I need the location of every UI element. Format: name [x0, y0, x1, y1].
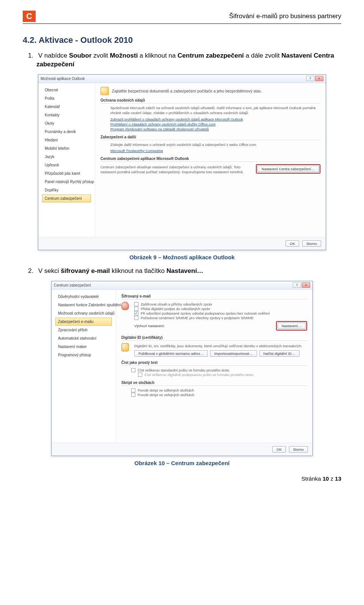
nav-ukoly[interactable]: Úkoly	[42, 119, 91, 127]
group-trust-center: Centrum zabezpečení aplikace Microsoft O…	[100, 157, 320, 162]
ok-button[interactable]: OK	[272, 446, 286, 453]
nav-trusted-publishers[interactable]: Důvěryhodní vydavatelé	[55, 293, 112, 301]
nav-kalendar[interactable]: Kalendář	[42, 103, 91, 111]
page-header: C Šifrování e-mailů pro business partner…	[23, 11, 341, 22]
nav-qat[interactable]: Panel nástrojů Rychlý přístup	[42, 178, 91, 186]
nav-kontakty[interactable]: Kontakty	[42, 111, 91, 119]
titlebar: Možnosti aplikace Outlook ? ×	[38, 75, 326, 83]
nav-program-access[interactable]: Programový přístup	[55, 351, 112, 359]
nav-dep[interactable]: Nastavení funkce Zabránění spuštění dat	[55, 301, 112, 309]
trust-center-desc: Centrum zabezpečení obsahuje nastavení z…	[100, 165, 251, 175]
nav-email-security[interactable]: Zabezpečení e-mailu	[55, 318, 112, 326]
checkbox	[138, 373, 142, 377]
nav-attachments[interactable]: Zpracování příloh	[55, 326, 112, 334]
chk-script-public: Povolit skript ve veřejných složkách	[138, 393, 194, 397]
digital-id-desc: Digitální ID, tzv. certifikáty, jsou dok…	[134, 344, 307, 349]
get-digital-id-button[interactable]: Načíst digitální ID…	[259, 350, 300, 357]
checkbox[interactable]	[131, 393, 135, 397]
security-desc: Získejte další informace o ochraně svých…	[110, 143, 320, 147]
group-encrypted-email: Šifrovaný e-mail	[121, 294, 307, 299]
chk-script-shared: Povolit skript ve sdílených složkách	[138, 388, 194, 392]
figure-caption-10: Obrázek 10 – Centrum zabezpečení	[23, 460, 341, 466]
cancel-button[interactable]: Storno	[302, 240, 321, 247]
help-button[interactable]: ?	[293, 282, 301, 288]
checkbox[interactable]	[131, 388, 135, 392]
outlook-options-window: Možnosti aplikace Outlook ? × Obecné Poš…	[38, 74, 326, 250]
chk-sign: Přidat digitální podpis do odesílaných z…	[141, 307, 210, 311]
figure-caption-9: Obrázek 9 – Možnosti aplikace Outlook	[23, 254, 341, 260]
lead-text: Zajistěte bezpečnost dokumentů a zabezpe…	[112, 89, 262, 93]
nav-poznamky[interactable]: Poznámky a deník	[42, 128, 91, 136]
nav-auto-download[interactable]: Automatické stahování	[55, 334, 112, 342]
nav-trust-center[interactable]: Centrum zabezpečení	[42, 194, 91, 202]
nav-obecne[interactable]: Obecné	[42, 86, 91, 94]
nav-mobilni[interactable]: Mobilní telefon	[42, 144, 91, 152]
certificate-icon	[121, 343, 129, 351]
close-button[interactable]: ×	[315, 76, 323, 81]
checkbox[interactable]	[134, 307, 138, 311]
window-title: Možnosti aplikace Outlook	[41, 77, 85, 81]
titlebar: Centrum zabezpečení ? ×	[52, 281, 312, 290]
help-button[interactable]: ?	[306, 76, 314, 81]
privacy-desc: Společnosti Microsoft záleží na ochraně …	[110, 106, 320, 116]
link-privacy-outlook[interactable]: Zobrazit prohlášení o zásadách ochrany o…	[110, 117, 320, 121]
cancel-button[interactable]: Storno	[289, 446, 308, 453]
nav-macros[interactable]: Nastavení maker	[55, 343, 112, 351]
group-security: Zabezpečení a další	[100, 135, 320, 140]
nav-ribbon[interactable]: Přizpůsobit pás karet	[42, 169, 91, 177]
chk-encrypt: Zašifrovat obsah a přílohy odesílaných z…	[141, 302, 212, 306]
options-sidebar: Obecné Pošta Kalendář Kontakty Úkoly Poz…	[38, 83, 95, 237]
link-privacy-office[interactable]: Prohlášení o zásadách ochrany osobních ú…	[110, 122, 320, 126]
trust-center-sidebar: Důvěryhodní vydavatelé Nastavení funkce …	[52, 290, 116, 443]
trust-center-settings-button[interactable]: Nastavení Centra zabezpečení…	[257, 166, 319, 172]
window-title: Centrum zabezpečení	[54, 283, 91, 287]
checkbox[interactable]	[134, 316, 138, 320]
step-2: 2. V sekci šifrovaný e-mail kliknout na …	[36, 267, 341, 276]
chk-send-clear: Při odesílání podepsané zprávy odeslat p…	[141, 311, 270, 315]
shield-icon	[100, 87, 109, 95]
default-setting-label: Výchozí nastavení:	[134, 324, 165, 328]
header-title: Šifrování e-mailů pro business partnery	[36, 13, 341, 20]
link-ceip[interactable]: Program zlepšování softwaru na základě z…	[110, 127, 320, 131]
chk-smime-receipt: Požadovat oznámení S/MIME pro všechny zp…	[141, 316, 254, 320]
ok-button[interactable]: OK	[286, 240, 299, 247]
chk-read-signed-plain: Číst veškerou digitálně podepsanou poštu…	[144, 373, 253, 377]
publish-gal-button[interactable]: Publikovat v globálním seznamu adres…	[134, 350, 208, 357]
divider	[23, 24, 341, 24]
step-1: 1. V nabídce Soubor zvolit Možnosti a kl…	[36, 52, 341, 69]
settings-button[interactable]: Nastavení…	[278, 323, 306, 329]
nav-doplnky[interactable]: Doplňky	[42, 186, 91, 194]
group-read-plain: Číst jako prostý text	[121, 360, 307, 366]
list-number: 2.	[28, 267, 36, 276]
checkbox[interactable]	[131, 368, 135, 372]
chk-read-plain: Číst veškerou standardní poštu ve formát…	[138, 368, 229, 372]
page-footer: Stránka 10 z 13	[23, 475, 341, 482]
import-export-button[interactable]: Importovat/exportovat…	[210, 350, 257, 357]
checkbox[interactable]	[134, 302, 138, 306]
nav-jazyk[interactable]: Jazyk	[42, 153, 91, 161]
group-privacy: Ochrana osobních údajů	[100, 98, 320, 103]
trust-center-window: Centrum zabezpečení ? × Důvěryhodní vyda…	[51, 281, 313, 456]
group-folder-script: Skript ve složkách	[121, 381, 307, 386]
ribbon-icon	[121, 302, 129, 310]
nav-upresnit[interactable]: Upřesnit	[42, 161, 91, 169]
section-heading: 4.2. Aktivace - Outlook 2010	[23, 35, 341, 45]
highlight-box: Nastavení Centra zabezpečení…	[256, 164, 320, 174]
nav-posta[interactable]: Pošta	[42, 94, 91, 102]
highlight-box: Nastavení…	[276, 321, 307, 331]
nav-hledani[interactable]: Hledání	[42, 136, 91, 144]
checkbox[interactable]	[134, 311, 138, 315]
logo-icon: C	[23, 11, 36, 22]
group-digital-id: Digitální ID (certifikáty)	[121, 335, 307, 341]
list-number: 1.	[28, 52, 36, 60]
link-trustworthy[interactable]: Microsoft Trustworthy Computing	[110, 149, 320, 153]
nav-privacy-options[interactable]: Možnosti ochrany osobních údajů	[55, 309, 112, 317]
close-button[interactable]: ×	[302, 282, 310, 288]
